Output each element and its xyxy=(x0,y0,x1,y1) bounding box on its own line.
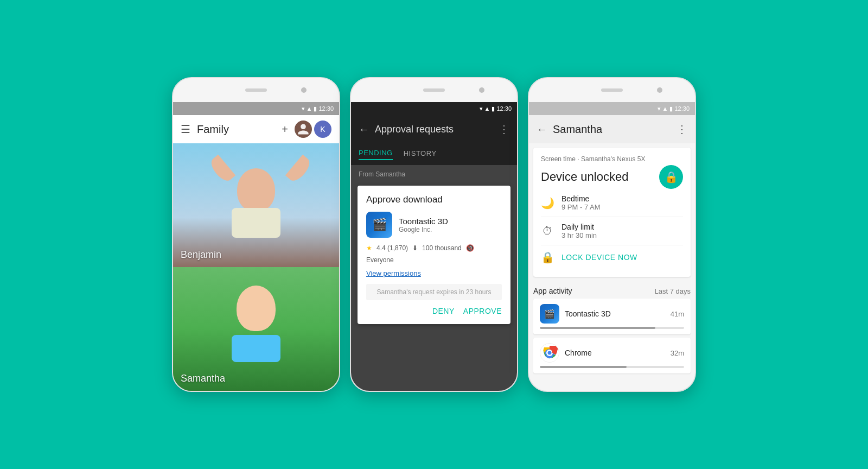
phone-1: ▾ ▲ ▮ 12:30 ☰ Family + xyxy=(172,77,340,392)
phone-3-camera xyxy=(657,87,662,93)
app-activity-section: App activity Last 7 days 🎬 Toontastic 3D… xyxy=(533,281,691,377)
app-activity-period: Last 7 days xyxy=(655,287,691,295)
tab-pending[interactable]: PENDING xyxy=(359,149,393,160)
user-avatar-1[interactable] xyxy=(295,121,312,138)
status-bar-1: ▾ ▲ ▮ 12:30 xyxy=(173,102,339,115)
toontastic-usage-top: 🎬 Toontastic 3D 41m xyxy=(540,304,684,324)
approval-card: Approve download 🎬 Toontastic 3D Google … xyxy=(358,186,510,324)
family-title: Family xyxy=(197,123,275,136)
phone-1-top xyxy=(173,78,339,102)
phone-3: ▾ ▲ ▮ 12:30 ← Samantha ⋮ Screen time · S… xyxy=(528,77,696,392)
app-meta: ★ 4.4 (1,870) ⬇ 100 thousand 🔞 Everyone xyxy=(366,244,502,264)
app-activity-title: App activity xyxy=(533,287,572,295)
phone-3-screen: ▾ ▲ ▮ 12:30 ← Samantha ⋮ Screen time · S… xyxy=(529,102,695,391)
lock-device-row[interactable]: 🔒 LOCK DEVICE NOW xyxy=(541,245,683,269)
svg-point-5 xyxy=(548,351,552,355)
daily-limit-row: ⏱ Daily limit 3 hr 30 min xyxy=(541,217,683,245)
app-activity-header: App activity Last 7 days xyxy=(533,281,691,299)
lock-device-button[interactable]: LOCK DEVICE NOW xyxy=(561,253,637,262)
view-permissions-link[interactable]: View permissions xyxy=(366,269,502,277)
status-icons-2: ▾ ▲ ▮ 12:30 xyxy=(480,105,512,112)
app-rating: 4.4 (1,870) xyxy=(376,244,408,252)
dots-icon-3[interactable]: ⋮ xyxy=(676,123,687,136)
phones-container: ▾ ▲ ▮ 12:30 ☰ Family + xyxy=(161,66,707,403)
status-bar-2: ▾ ▲ ▮ 12:30 xyxy=(351,102,517,115)
screen-time-status: Device unlocked xyxy=(541,170,628,184)
app-usage-toontastic: 🎬 Toontastic 3D 41m xyxy=(533,299,691,334)
screen-time-status-row: Device unlocked 🔒 xyxy=(541,165,683,189)
person-card-benjamin[interactable]: Benjamin xyxy=(173,143,339,267)
status-icons-3: ▾ ▲ ▮ 12:30 xyxy=(658,105,690,112)
phone-1-screen: ▾ ▲ ▮ 12:30 ☰ Family + xyxy=(173,102,339,391)
chrome-bar-fill xyxy=(540,366,627,368)
user-avatar-2[interactable]: K xyxy=(314,121,331,138)
samantha-photo xyxy=(173,267,339,391)
chrome-usage-name: Chrome xyxy=(565,348,665,357)
star-icon: ★ xyxy=(366,244,372,252)
back-icon-3[interactable]: ← xyxy=(537,123,547,136)
add-member-icon[interactable]: + xyxy=(282,123,288,136)
bedtime-label: Bedtime xyxy=(561,194,601,203)
daily-limit-label: Daily limit xyxy=(561,223,597,231)
phone-1-speaker xyxy=(245,88,267,92)
battery-icon: ▮ xyxy=(314,105,317,112)
person-card-samantha[interactable]: Samantha xyxy=(173,267,339,391)
phone-2-top xyxy=(351,78,517,102)
expiry-bar: Samantha's request expires in 23 hours xyxy=(366,284,502,300)
app-downloads: 100 thousand xyxy=(422,244,462,252)
screen-time-subtitle: Screen time · Samantha's Nexus 5X xyxy=(541,155,683,163)
bedtime-info: Bedtime 9 PM - 7 AM xyxy=(561,194,601,211)
lock-device-circle-icon[interactable]: 🔒 xyxy=(659,165,683,189)
app-row: 🎬 Toontastic 3D Google Inc. xyxy=(366,212,502,238)
back-icon-2[interactable]: ← xyxy=(359,123,369,136)
samantha-name: Samantha xyxy=(181,373,225,384)
phone-2: ▾ ▲ ▮ 12:30 ← Approval requests ⋮ PENDIN… xyxy=(350,77,518,392)
lock-icon: 🔒 xyxy=(665,170,678,183)
download-icon: ⬇ xyxy=(412,244,418,252)
wifi-icon-3: ▾ xyxy=(658,105,661,112)
phone3-toolbar: ← Samantha ⋮ xyxy=(529,115,695,143)
signal-icon: ▲ xyxy=(307,105,312,112)
menu-icon[interactable]: ☰ xyxy=(181,123,190,136)
tab-history[interactable]: HISTORY xyxy=(404,149,437,160)
phone1-toolbar: ☰ Family + K xyxy=(173,115,339,143)
phone-2-speaker xyxy=(423,88,445,92)
toontastic-usage-time: 41m xyxy=(671,310,684,318)
wifi-icon-2: ▾ xyxy=(480,105,483,112)
app-info: Toontastic 3D Google Inc. xyxy=(399,217,448,233)
toontastic-usage-name: Toontastic 3D xyxy=(565,309,665,318)
phone-3-top xyxy=(529,78,695,102)
bedtime-icon: 🌙 xyxy=(541,197,554,210)
time-display-3: 12:30 xyxy=(674,105,690,112)
app-developer: Google Inc. xyxy=(399,226,448,233)
phone-2-screen: ▾ ▲ ▮ 12:30 ← Approval requests ⋮ PENDIN… xyxy=(351,102,517,391)
toontastic-icon-sm: 🎬 xyxy=(540,304,559,324)
samantha-profile-title: Samantha xyxy=(553,123,671,136)
signal-icon-2: ▲ xyxy=(484,105,490,112)
app-name: Toontastic 3D xyxy=(399,217,448,226)
app-usage-chrome: Chrome 32m xyxy=(533,338,691,373)
time-display-1: 12:30 xyxy=(318,105,334,112)
daily-limit-info: Daily limit 3 hr 30 min xyxy=(561,223,597,239)
time-display-2: 12:30 xyxy=(496,105,512,112)
screen-time-card: Screen time · Samantha's Nexus 5X Device… xyxy=(533,148,691,277)
phone2-toolbar: ← Approval requests ⋮ xyxy=(351,115,517,143)
avatar-stack: K xyxy=(295,121,331,138)
approval-title: Approval requests xyxy=(375,124,493,135)
phone-3-speaker xyxy=(601,88,623,92)
wifi-icon: ▾ xyxy=(302,105,305,112)
toontastic-usage-bar xyxy=(540,327,684,329)
phone2-main: ← Approval requests ⋮ PENDING HISTORY Fr… xyxy=(351,115,517,391)
battery-icon-3: ▮ xyxy=(669,105,673,112)
chrome-usage-top: Chrome 32m xyxy=(540,343,684,363)
signal-icon-3: ▲ xyxy=(662,105,668,112)
from-label: From Samantha xyxy=(351,165,517,181)
daily-limit-value: 3 hr 30 min xyxy=(561,231,597,239)
status-bar-3: ▾ ▲ ▮ 12:30 xyxy=(529,102,695,115)
dots-icon-2[interactable]: ⋮ xyxy=(499,123,509,136)
deny-button[interactable]: DENY xyxy=(432,307,455,315)
toontastic-app-icon: 🎬 xyxy=(366,212,392,238)
chrome-usage-bar xyxy=(540,366,684,368)
approve-button[interactable]: APPROVE xyxy=(463,307,502,315)
content-icon: 🔞 xyxy=(466,244,474,252)
